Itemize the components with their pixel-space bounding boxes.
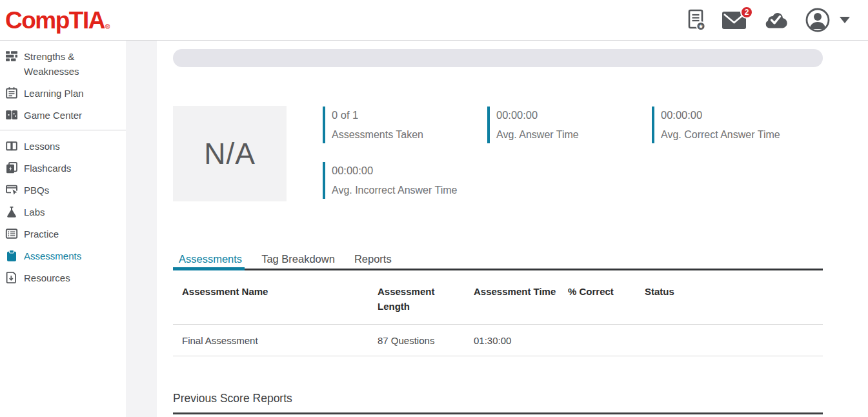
stat-label: Avg. Answer Time [496,128,579,141]
sidebar-item-practice[interactable]: Practice [0,223,126,245]
lessons-icon [5,139,18,152]
game-center-icon [5,108,18,121]
sidebar-item-label: Labs [24,205,45,219]
tab-tag-breakdown[interactable]: Tag Breakdown [252,251,345,276]
stat-value: 0 of 1 [332,108,423,121]
main-content: N/A 0 of 1 Assessments Taken 00:00:00 Av… [157,41,868,417]
sidebar-item-label: Assessments [24,249,81,263]
score-value: N/A [204,136,256,171]
tab-bar-underline [173,269,823,270]
messages-badge: 2 [740,6,753,19]
assessments-icon [5,249,18,262]
sidebar-item-labs[interactable]: Labs [0,201,126,223]
labs-icon [5,205,18,218]
sidebar-item-resources[interactable]: Resources [0,267,126,289]
column-header-assessment-name: Assessment Name [173,278,378,325]
sidebar-item-learning-plan[interactable]: Learning Plan [0,82,126,104]
sidebar-item-pbqs[interactable]: PBQs [0,179,126,201]
cell-status [645,325,823,356]
column-header-assessment-length: Assessment Length [378,278,474,325]
cell-percent-correct [568,325,645,356]
column-header-assessment-time: Assessment Time [474,278,568,325]
practice-icon [5,227,18,240]
sidebar-item-label: Strengths & Weaknesses [24,49,114,79]
tab-active-indicator [173,267,245,270]
previous-score-reports-divider [173,412,823,414]
cell-assessment-length: 87 Questions [378,325,474,356]
column-header-percent-correct: % Correct [568,278,645,325]
assessments-table: Assessment Name Assessment Length Assess… [173,278,823,356]
stat-label: Assessments Taken [332,128,423,141]
sync-cloud-check-icon[interactable] [763,11,788,29]
registered-mark: ® [105,22,110,32]
stat-value: 00:00:00 [496,108,579,121]
sidebar-divider [0,130,126,130]
sidebar-item-lessons[interactable]: Lessons [0,135,126,157]
resources-icon [5,271,18,284]
sidebar-item-label: Learning Plan [24,86,84,101]
comptia-logo: CompTIA® [5,8,110,32]
account-avatar-icon[interactable] [805,7,831,33]
pbqs-icon [5,183,18,196]
sidebar-item-game-center[interactable]: Game Center [0,104,126,126]
flashcards-icon [5,161,18,174]
strengths-weaknesses-icon [5,50,18,63]
stat-avg-answer-time: 00:00:00 Avg. Answer Time [487,107,579,143]
stat-assessments-taken: 0 of 1 Assessments Taken [323,107,423,143]
learning-plan-icon [5,86,18,99]
score-box: N/A [173,106,287,201]
score-report-icon[interactable]: ★ [688,9,705,31]
sidebar-item-strengths-weaknesses[interactable]: Strengths & Weaknesses [0,45,126,82]
sidebar-item-label: Lessons [24,139,60,154]
chevron-down-icon[interactable] [847,17,850,23]
sidebar-item-label: Game Center [24,108,82,123]
stat-label: Avg. Incorrect Answer Time [332,184,457,197]
tab-reports[interactable]: Reports [345,251,401,276]
sidebar-content-gutter [126,41,157,417]
cell-assessment-time: 01:30:00 [474,325,568,356]
messages-icon[interactable]: 2 [722,12,746,29]
table-header-row: Assessment Name Assessment Length Assess… [173,278,823,325]
header-icon-group: ★ 2 [688,7,850,33]
stat-avg-correct-answer-time: 00:00:00 Avg. Correct Answer Time [652,107,780,143]
logo-text: CompTIA [5,8,105,32]
cell-assessment-name: Final Assessment [173,325,378,356]
sidebar-item-label: Practice [24,227,59,241]
sidebar-item-label: Flashcards [24,161,71,176]
previous-score-reports-title: Previous Score Reports [173,391,292,405]
stat-label: Avg. Correct Answer Time [661,128,780,141]
stat-value: 00:00:00 [661,108,780,121]
sidebar-item-flashcards[interactable]: Flashcards [0,157,126,179]
sidebar-item-assessments[interactable]: Assessments [0,245,126,267]
top-header: CompTIA® ★ 2 [0,0,868,41]
sidebar-item-label: Resources [24,270,70,285]
column-header-status: Status [645,278,823,325]
stat-avg-incorrect-answer-time: 00:00:00 Avg. Incorrect Answer Time [323,162,457,199]
progress-bar [173,49,823,67]
left-sidebar: Strengths & Weaknesses Learning Plan Gam [0,41,126,417]
svg-text:★: ★ [698,23,704,30]
tab-assessments[interactable]: Assessments [173,251,252,276]
tab-bar: Assessments Tag Breakdown Reports [173,251,401,276]
sidebar-item-label: PBQs [24,183,49,198]
stat-value: 00:00:00 [332,164,457,177]
table-row[interactable]: Final Assessment 87 Questions 01:30:00 [173,325,823,356]
